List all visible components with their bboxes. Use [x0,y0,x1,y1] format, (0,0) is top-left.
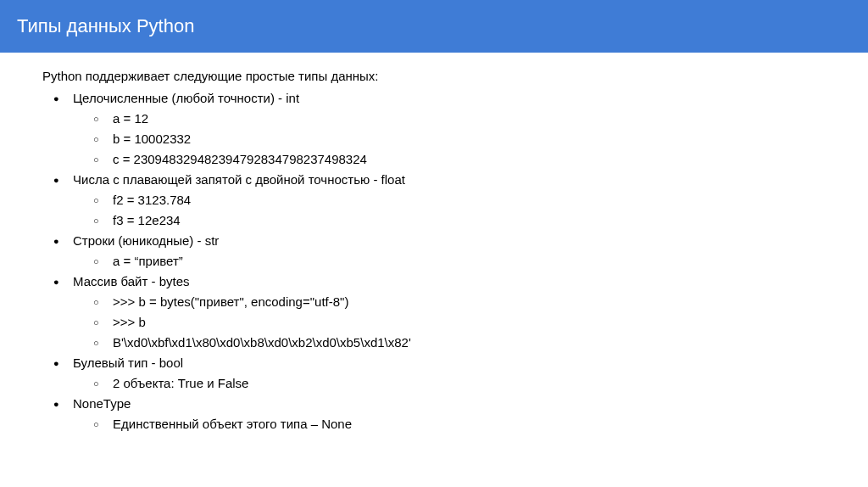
list-item: NoneType Единственный объект этого типа … [73,394,868,434]
list-item: Строки (юникодные) - str a = “привет” [73,231,868,271]
intro-text: Python поддерживает следующие простые ти… [42,66,868,87]
slide-header: Типы данных Python [0,0,868,53]
example-list: Единственный объект этого типа – None [73,414,868,434]
type-label: Целочисленные (любой точности) - int [73,91,299,105]
type-list: Целочисленные (любой точности) - int a =… [42,88,868,434]
slide-title: Типы данных Python [17,15,194,36]
type-label: Булевый тип - bool [73,355,183,370]
example-item: Единственный объект этого типа – None [113,414,868,434]
example-item: >>> b [113,312,868,333]
example-list: f2 = 3123.784 f3 = 12e234 [73,190,868,231]
example-item: f2 = 3123.784 [113,190,868,210]
example-item: B'\xd0\xbf\xd1\x80\xd0\xb8\xd0\xb2\xd0\x… [113,333,868,353]
example-item: a = “привет” [113,251,868,271]
type-label: Строки (юникодные) - str [73,233,219,248]
example-item: c = 230948329482394792834798237498324 [113,149,868,170]
example-list: >>> b = bytes("привет", encoding="utf-8"… [73,292,868,353]
example-list: a = “привет” [73,251,868,271]
example-item: >>> b = bytes("привет", encoding="utf-8"… [113,292,868,312]
example-item: a = 12 [113,109,868,129]
example-list: 2 объекта: True и False [73,373,868,394]
type-label: NoneType [73,396,131,411]
list-item: Числа с плавающей запятой с двойной точн… [73,170,868,231]
list-item: Массив байт - bytes >>> b = bytes("приве… [73,271,868,353]
example-item: 2 объекта: True и False [113,373,868,394]
slide-content: Python поддерживает следующие простые ти… [0,53,868,434]
type-label: Числа с плавающей запятой с двойной точн… [73,172,405,187]
example-item: f3 = 12e234 [113,210,868,231]
list-item: Целочисленные (любой точности) - int a =… [73,88,868,170]
type-label: Массив байт - bytes [73,274,190,288]
list-item: Булевый тип - bool 2 объекта: True и Fal… [73,353,868,394]
example-list: a = 12 b = 10002332 c = 2309483294823947… [73,109,868,170]
example-item: b = 10002332 [113,129,868,149]
